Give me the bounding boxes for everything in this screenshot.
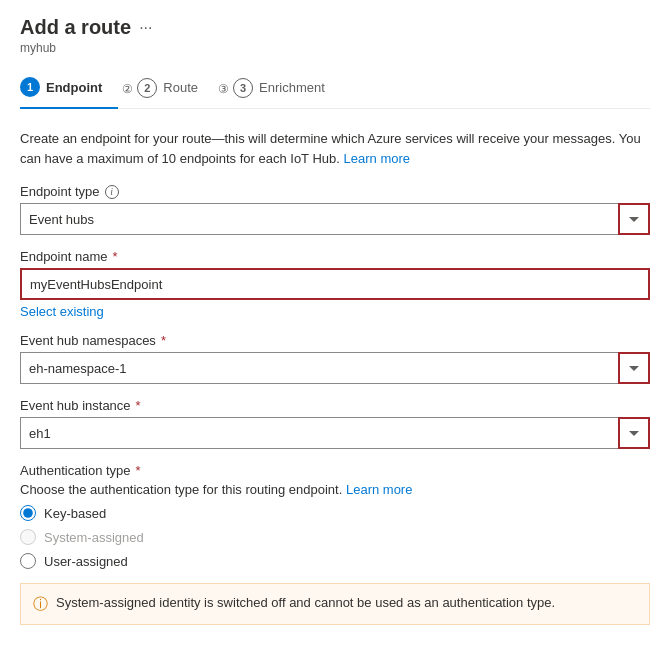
instance-dropdown-btn[interactable] [618,417,650,449]
learn-more-link-1[interactable]: Learn more [344,151,410,166]
endpoint-type-dropdown: Event hubs [20,203,650,235]
instance-value: eh1 [20,417,618,449]
radio-group: Key-based System-assigned User-assigned [20,505,650,569]
page-header: Add a route ··· myhub 1 Endpoint ② 2 Rou… [0,0,670,109]
namespace-dropdown-btn[interactable] [618,352,650,384]
page-title: Add a route [20,16,131,39]
description-text: Create an endpoint for your route—this w… [20,129,650,168]
chevron-down-icon-3 [629,431,639,436]
namespace-label: Event hub namespaces * [20,333,650,348]
alert-icon: ⓘ [33,595,48,614]
steps-nav: 1 Endpoint ② 2 Route ③ 3 Enrichment [20,69,650,109]
page-subtitle: myhub [20,41,650,55]
radio-system-assigned-label: System-assigned [44,530,144,545]
instance-label: Event hub instance * [20,398,650,413]
radio-key-based-input[interactable] [20,505,36,521]
select-existing-link[interactable]: Select existing [20,304,104,319]
step-3-label: Enrichment [259,80,325,95]
endpoint-name-group: Endpoint name * Select existing [20,249,650,319]
instance-dropdown: eh1 [20,417,650,449]
learn-more-link-2[interactable]: Learn more [346,482,412,497]
radio-user-assigned[interactable]: User-assigned [20,553,650,569]
step-2-route[interactable]: 2 Route [137,70,214,108]
endpoint-type-info-icon[interactable]: i [105,185,119,199]
radio-user-assigned-label: User-assigned [44,554,128,569]
endpoint-type-group: Endpoint type i Event hubs [20,184,650,235]
endpoint-name-label: Endpoint name * [20,249,650,264]
auth-type-label: Authentication type * [20,463,650,478]
form-area: Create an endpoint for your route—this w… [0,109,670,645]
auth-type-group: Authentication type * Choose the authent… [20,463,650,569]
step-2-label: Route [163,80,198,95]
endpoint-name-input[interactable] [20,268,650,300]
endpoint-type-value: Event hubs [20,203,618,235]
endpoint-type-label: Endpoint type i [20,184,650,199]
alert-text: System-assigned identity is switched off… [56,594,555,612]
radio-key-based-label: Key-based [44,506,106,521]
radio-key-based[interactable]: Key-based [20,505,650,521]
step-separator-2: ③ [218,82,229,96]
step-1-circle: 1 [20,77,40,97]
step-separator-1: ② [122,82,133,96]
radio-system-assigned-input [20,529,36,545]
step-1-label: Endpoint [46,80,102,95]
namespace-dropdown: eh-namespace-1 [20,352,650,384]
auth-type-required: * [136,463,141,478]
radio-system-assigned: System-assigned [20,529,650,545]
endpoint-name-required: * [112,249,117,264]
chevron-down-icon [629,217,639,222]
chevron-down-icon-2 [629,366,639,371]
namespace-value: eh-namespace-1 [20,352,618,384]
step-1-endpoint[interactable]: 1 Endpoint [20,69,118,109]
radio-user-assigned-input[interactable] [20,553,36,569]
step-3-circle: 3 [233,78,253,98]
more-options-icon[interactable]: ··· [139,19,152,37]
instance-required: * [136,398,141,413]
endpoint-type-dropdown-btn[interactable] [618,203,650,235]
namespace-required: * [161,333,166,348]
auth-description: Choose the authentication type for this … [20,482,650,497]
step-2-circle: 2 [137,78,157,98]
step-3-enrichment[interactable]: 3 Enrichment [233,70,341,108]
alert-box: ⓘ System-assigned identity is switched o… [20,583,650,625]
namespace-group: Event hub namespaces * eh-namespace-1 [20,333,650,384]
instance-group: Event hub instance * eh1 [20,398,650,449]
